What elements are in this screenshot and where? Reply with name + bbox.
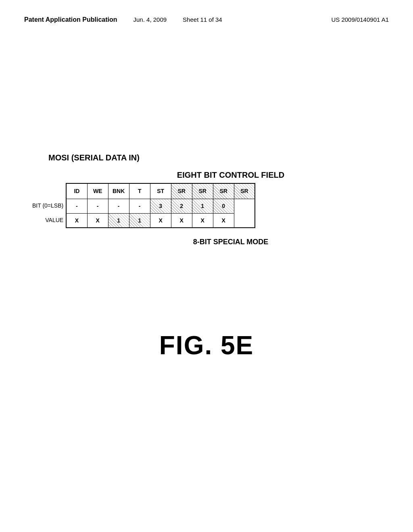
bit-sr3: 2	[171, 199, 192, 213]
patent-number: US 2009/0140901 A1	[331, 16, 389, 23]
control-table: ID WE BNK T ST SR SR SR SR - - - - 3 2 1…	[66, 183, 255, 228]
col-t: T	[129, 183, 150, 199]
col-sr1-header: SR	[213, 183, 234, 199]
bit-sr2: 1	[192, 199, 213, 213]
value-row: X X 1 1 X X X X	[66, 213, 255, 228]
header-row-label	[32, 183, 66, 198]
value-we: X	[87, 213, 108, 228]
value-sr2: X	[192, 213, 213, 228]
value-sr3: X	[171, 213, 192, 228]
bit-sr1: 0	[213, 199, 234, 213]
col-sr0-header: SR	[234, 183, 255, 199]
col-we: WE	[87, 183, 108, 199]
col-id: ID	[66, 183, 87, 199]
control-field-table-wrapper: BIT (0=LSB) VALUE ID WE BNK T ST SR SR S…	[32, 183, 389, 228]
diagram-content: MOSI (SERIAL DATA IN) EIGHT BIT CONTROL …	[24, 153, 389, 246]
bit-row-label: BIT (0=LSB)	[32, 198, 66, 213]
publication-date: Jun. 4, 2009	[133, 16, 167, 23]
bit-we: -	[87, 199, 108, 213]
publication-title: Patent Application Publication	[24, 16, 117, 23]
value-row-label: VALUE	[32, 213, 66, 227]
bit-t: -	[129, 199, 150, 213]
eight-bit-label: EIGHT BIT CONTROL FIELD	[73, 170, 389, 180]
row-labels: BIT (0=LSB) VALUE	[32, 183, 66, 227]
value-sr1: X	[213, 213, 234, 228]
bit-bnk: -	[108, 199, 129, 213]
value-bnk: 1	[108, 213, 129, 228]
col-sr2-header: SR	[192, 183, 213, 199]
value-st: X	[150, 213, 171, 228]
col-st: ST	[150, 183, 171, 199]
bit-st: 3	[150, 199, 171, 213]
col-sr3-header: SR	[171, 183, 192, 199]
value-t: 1	[129, 213, 150, 228]
header-row: ID WE BNK T ST SR SR SR SR	[66, 183, 255, 199]
mosi-label: MOSI (SERIAL DATA IN)	[48, 153, 389, 162]
bit-id: -	[66, 199, 87, 213]
sheet-info: Sheet 11 of 34	[183, 16, 222, 23]
value-id: X	[66, 213, 87, 228]
mode-label: 8-BIT SPECIAL MODE	[73, 238, 389, 246]
col-bnk: BNK	[108, 183, 129, 199]
bit-row: - - - - 3 2 1 0	[66, 199, 255, 213]
page-header: Patent Application Publication Jun. 4, 2…	[24, 16, 389, 23]
figure-label: FIG. 5E	[0, 330, 413, 360]
